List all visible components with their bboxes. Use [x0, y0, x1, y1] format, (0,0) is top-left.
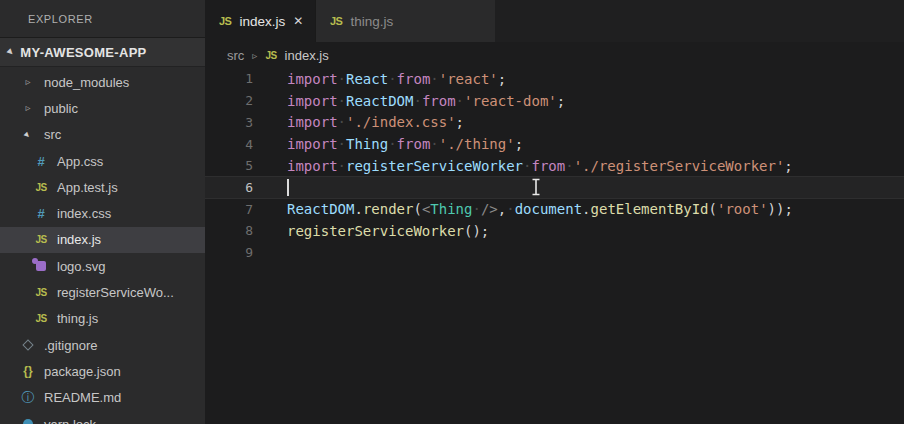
code-line-3[interactable]: 3import·'./index.css';	[205, 111, 904, 133]
tree-item-icon-slot: JS	[33, 313, 49, 324]
code-token: 'root'	[717, 201, 768, 217]
code-token: './index.css'	[346, 114, 456, 130]
code-line-6[interactable]: 6	[205, 177, 904, 199]
json-braces-icon: {}	[23, 364, 32, 378]
code-token: ReactDOM	[287, 201, 354, 217]
tab-index-js[interactable]: JS index.js ✕	[205, 0, 315, 42]
tree-item-index-css[interactable]: #index.css	[0, 200, 205, 226]
code-token: Thing	[346, 136, 388, 152]
code-token: document	[515, 201, 582, 217]
explorer-header: EXPLORER	[0, 0, 205, 38]
chevron-collapsed-icon: ▹	[25, 77, 30, 87]
code-token: registerServiceWorker	[346, 158, 523, 174]
close-icon[interactable]: ✕	[293, 15, 303, 27]
code-token: .	[582, 201, 590, 217]
line-number: 9	[205, 245, 253, 260]
code-token: import	[287, 71, 338, 87]
code-line-4[interactable]: 4import·Thing·from·'./thing';	[205, 133, 904, 155]
tree-item-label: logo.svg	[57, 259, 105, 274]
tree-item-icon-slot	[20, 419, 36, 424]
tab-bar: JS index.js ✕ JS thing.js	[205, 0, 904, 42]
line-content: import·Thing·from·'./thing';	[253, 136, 523, 152]
code-token: import	[287, 114, 338, 130]
code-line-7[interactable]: 7ReactDOM.render(<Thing·/>,·document.get…	[205, 198, 904, 220]
tree-item-index-js[interactable]: JSindex.js	[0, 227, 205, 253]
info-icon: ⓘ	[22, 389, 35, 407]
tree-item-app-test-js[interactable]: JSApp.test.js	[0, 174, 205, 200]
breadcrumb-folder[interactable]: src	[227, 48, 244, 63]
code-editor[interactable]: 1import·React·from·'react';2import·React…	[205, 68, 904, 263]
line-content: import·React·from·'react';	[253, 71, 506, 87]
tree-item-src[interactable]: ▸src	[0, 122, 205, 148]
code-token: Thing	[430, 201, 472, 217]
code-line-8[interactable]: 8registerServiceWorker();	[205, 220, 904, 242]
tree-item-icon-slot: JS	[33, 182, 49, 193]
tree-item-label: public	[44, 101, 78, 116]
code-token: (	[413, 201, 421, 217]
css-hash-icon: #	[37, 206, 44, 221]
tree-item-label: src	[44, 127, 61, 142]
tree-item-label: .gitignore	[44, 338, 97, 353]
text-caret	[287, 179, 289, 196]
code-line-2[interactable]: 2import·ReactDOM·from·'react-dom';	[205, 90, 904, 112]
js-icon: JS	[330, 15, 342, 27]
whitespace-dot: ·	[388, 136, 396, 152]
tree-item-icon-slot: {}	[20, 364, 36, 378]
tree-item-thing-js[interactable]: JSthing.js	[0, 306, 205, 332]
editor-region: JS index.js ✕ JS thing.js src ▹ JS index…	[205, 0, 904, 424]
explorer-sidebar: EXPLORER ▸ MY-AWESOME-APP ▹node_modules▹…	[0, 0, 205, 424]
code-token: ));	[768, 201, 793, 217]
tree-item-logo-svg[interactable]: logo.svg	[0, 253, 205, 279]
ibeam-mouse-cursor	[530, 178, 542, 196]
code-token: './registerServiceWorker'	[574, 158, 785, 174]
whitespace-dot: ·	[338, 114, 346, 130]
explorer-header-label: EXPLORER	[28, 13, 93, 25]
line-content: import·'./index.css';	[253, 114, 464, 130]
tree-item-yarn-lock[interactable]: yarn.lock	[0, 411, 205, 424]
breadcrumb-file[interactable]: index.js	[285, 48, 329, 63]
chevron-collapsed-icon: ▹	[25, 103, 30, 113]
code-line-9[interactable]: 9	[205, 242, 904, 264]
line-number: 2	[205, 93, 253, 108]
whitespace-dot: ·	[456, 93, 464, 109]
code-token: import	[287, 136, 338, 152]
code-token: ;	[515, 136, 523, 152]
tree-item-node-modules[interactable]: ▹node_modules	[0, 69, 205, 95]
whitespace-dot: ·	[413, 93, 421, 109]
tree-item-label: App.test.js	[57, 180, 118, 195]
code-token: import	[287, 93, 338, 109]
code-token: ();	[464, 223, 489, 239]
tree-item-public[interactable]: ▹public	[0, 95, 205, 121]
code-token: import	[287, 158, 338, 174]
chevron-expanded-icon: ▸	[5, 47, 16, 58]
tree-item--gitignore[interactable]: .gitignore	[0, 332, 205, 358]
code-token: 'react'	[439, 71, 498, 87]
tree-item-label: package.json	[44, 364, 121, 379]
js-icon: JS	[265, 50, 276, 61]
code-token: ;	[557, 93, 565, 109]
code-token: .	[354, 201, 362, 217]
line-number: 7	[205, 202, 253, 217]
tree-item-package-json[interactable]: {}package.json	[0, 358, 205, 384]
project-root-row[interactable]: ▸ MY-AWESOME-APP	[0, 38, 205, 66]
js-icon: JS	[35, 234, 46, 245]
tab-thing-js[interactable]: JS thing.js	[315, 0, 495, 42]
line-number: 4	[205, 137, 253, 152]
code-line-1[interactable]: 1import·React·from·'react';	[205, 68, 904, 90]
line-number: 3	[205, 115, 253, 130]
tree-item-readme-md[interactable]: ⓘREADME.md	[0, 385, 205, 411]
whitespace-dot: ·	[430, 136, 438, 152]
image-icon	[36, 261, 46, 271]
code-token: './thing'	[439, 136, 515, 152]
whitespace-dot: ·	[338, 71, 346, 87]
tree-item-label: registerServiceWo...	[57, 285, 174, 300]
whitespace-dot: ·	[506, 201, 514, 217]
code-line-5[interactable]: 5import·registerServiceWorker·from·'./re…	[205, 155, 904, 177]
tree-item-registerservicewo-[interactable]: JSregisterServiceWo...	[0, 279, 205, 305]
code-token: from	[397, 136, 431, 152]
tree-item-app-css[interactable]: #App.css	[0, 148, 205, 174]
tree-item-icon-slot	[20, 341, 36, 349]
line-number: 6	[205, 180, 253, 195]
line-content: ReactDOM.render(<Thing·/>,·document.getE…	[253, 201, 793, 217]
whitespace-dot: ·	[388, 71, 396, 87]
